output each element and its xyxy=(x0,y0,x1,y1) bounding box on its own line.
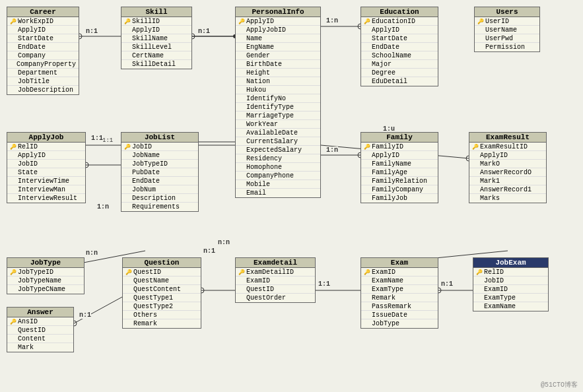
table-row: StartDate xyxy=(7,34,79,43)
field-name: ExamDetailID xyxy=(246,269,312,276)
table-row: Others xyxy=(123,311,201,319)
table-row: FamilyAge xyxy=(361,168,438,177)
field-name: JobID xyxy=(484,277,545,284)
table-row: WorkYear xyxy=(236,120,320,129)
field-name: QuestID xyxy=(246,286,312,293)
field-name: IssueDate xyxy=(372,311,435,319)
table-header-family: Family xyxy=(361,133,438,143)
field-name: AnsID xyxy=(18,318,71,325)
field-name: ApplyID xyxy=(18,26,76,34)
table-row: FamilyJob xyxy=(361,194,438,203)
table-row: Content xyxy=(7,335,73,343)
field-name: ApplyID xyxy=(372,152,435,159)
field-name: Marks xyxy=(480,195,543,202)
field-name: ExpectedSalary xyxy=(246,147,318,154)
field-name: JobTypeCName xyxy=(18,286,81,293)
table-row: Mark xyxy=(7,343,73,352)
table-family: Family🔑FamilyIDApplyIDFamilyNameFamilyAg… xyxy=(360,132,438,203)
field-name: State xyxy=(18,169,83,176)
rel-label-career-personal: n:1 xyxy=(86,28,98,35)
rel-label-applyjob-joblist: 1:n xyxy=(97,203,109,211)
table-row: Height xyxy=(236,69,320,77)
table-row: 🔑ExamDetailID xyxy=(236,268,315,277)
field-name: Description xyxy=(132,195,195,202)
field-name: ApplyID xyxy=(246,18,318,25)
pk-icon: 🔑 xyxy=(124,18,131,24)
table-row: MarkO xyxy=(469,160,546,168)
field-name: WorkExpID xyxy=(18,18,76,25)
table-row: Description xyxy=(121,194,198,203)
field-name: Company xyxy=(18,52,76,59)
table-row: JobDescription xyxy=(7,86,79,94)
field-name: Mark1 xyxy=(480,178,543,185)
pk-icon: 🔑 xyxy=(476,269,483,275)
field-name: MarriageType xyxy=(246,112,318,119)
field-name: SchoolName xyxy=(372,52,435,59)
field-name: ExamID xyxy=(372,269,435,276)
table-header-jobexam: JobExam xyxy=(473,258,548,268)
field-name: JobTitle xyxy=(18,78,76,85)
field-name: FamilyName xyxy=(372,160,435,168)
field-name: ApplyID xyxy=(480,152,543,159)
table-row: FamilyName xyxy=(361,160,438,168)
field-name: ExamName xyxy=(484,303,545,310)
field-name: StartDate xyxy=(18,35,76,42)
table-row: SkillName xyxy=(121,34,191,43)
table-row: ExamID xyxy=(236,277,315,285)
field-name: QuestType2 xyxy=(133,303,198,310)
table-row: JobTitle xyxy=(7,77,79,86)
table-row: Residency xyxy=(236,154,320,163)
field-name: Remark xyxy=(372,294,435,302)
field-name: Mobile xyxy=(246,181,318,188)
rel-label-question-examdetail: n:1 xyxy=(203,247,215,255)
field-name: Nation xyxy=(246,78,318,85)
field-name: CompanyProperty xyxy=(17,61,76,68)
field-name: Content xyxy=(18,335,71,343)
table-header-joblist: JobList xyxy=(121,133,198,143)
table-row: Mark1 xyxy=(469,177,546,185)
table-row: FamilyRelation xyxy=(361,177,438,185)
table-row: Degree xyxy=(361,69,438,77)
table-header-users: Users xyxy=(475,7,539,17)
table-header-skill: Skill xyxy=(121,7,191,17)
field-name: FamilyRelation xyxy=(372,178,435,185)
table-row: UserName xyxy=(475,26,539,34)
field-name: ApplyID xyxy=(372,26,435,34)
pk-icon: 🔑 xyxy=(364,144,370,150)
field-name: FamilyCompany xyxy=(372,186,435,193)
field-name: Remark xyxy=(133,320,198,327)
table-joblist: JobList🔑JobIDJobNameJobTypeIDPubDateEndD… xyxy=(121,132,199,212)
rel-label-exam-jobexam: n:1 xyxy=(441,280,453,288)
field-name: BirthDate xyxy=(246,61,318,68)
field-name: Others xyxy=(133,311,198,319)
table-question: Question🔑QuestIDQuestNameQuestContentQue… xyxy=(122,257,201,329)
table-row: ExamType xyxy=(473,294,548,302)
table-row: 🔑JobID xyxy=(121,143,198,151)
field-name: JobID xyxy=(18,160,83,168)
table-row: ExamName xyxy=(361,277,438,285)
table-row: InterviewMan xyxy=(7,185,85,194)
table-users: Users🔑UserIDUserNameUserPwdPermission xyxy=(474,7,540,52)
table-row: 🔑SkillID xyxy=(121,17,191,26)
table-row: IssueDate xyxy=(361,311,438,319)
table-row: QuestType1 xyxy=(123,294,201,302)
pk-icon: 🔑 xyxy=(10,269,17,275)
table-row: ExpectedSalary xyxy=(236,146,320,154)
table-row: ApplyID xyxy=(469,151,546,160)
field-name: Residency xyxy=(246,155,318,162)
table-header-exam: Exam xyxy=(361,258,438,268)
rel-label-examdetail-exam: 1:1 xyxy=(318,280,330,288)
table-header-personalinfo: PersonalInfo xyxy=(236,7,320,17)
table-header-examresult: ExamResult xyxy=(469,133,546,143)
table-row: ApplyID xyxy=(7,151,85,160)
field-name: InterviewTime xyxy=(18,178,83,185)
table-row: Department xyxy=(7,69,79,77)
table-row: 🔑FamilyID xyxy=(361,143,438,151)
field-name: AnswerRecordO xyxy=(480,169,543,176)
pk-icon: 🔑 xyxy=(124,144,131,150)
field-name: RelID xyxy=(18,143,83,150)
field-name: AvailableDate xyxy=(246,129,318,137)
pk-icon: 🔑 xyxy=(125,269,132,275)
table-row: Name xyxy=(236,34,320,43)
table-row: ExamID xyxy=(473,285,548,294)
